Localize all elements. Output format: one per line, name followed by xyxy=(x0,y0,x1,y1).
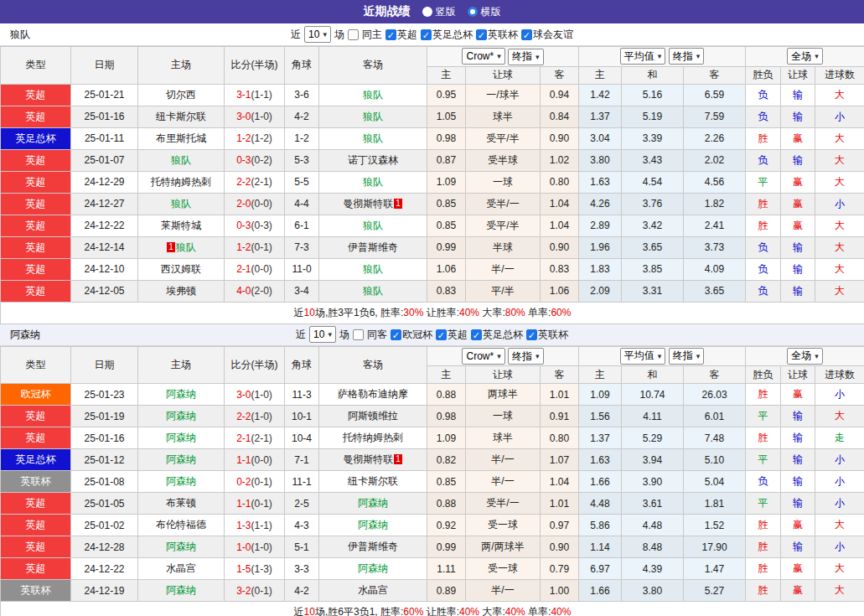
team-name-link[interactable]: 狼队 xyxy=(363,176,383,188)
team-name-link[interactable]: 阿森纳 xyxy=(358,519,388,531)
team-name-link[interactable]: 狼队 xyxy=(171,198,191,210)
team-name-link[interactable]: 阿森纳 xyxy=(166,410,196,422)
bookmaker-select[interactable]: Crow*▾ xyxy=(462,48,504,65)
match-date: 25-01-02 xyxy=(71,515,138,536)
team-name-link[interactable]: 阿森纳 xyxy=(166,584,196,596)
team-name-link[interactable]: 阿森纳 xyxy=(166,388,196,400)
league-checkbox[interactable]: ✓ xyxy=(471,329,482,340)
match-score: 1-3(1-1) xyxy=(225,515,285,536)
team-cell-content: 阿森纳 xyxy=(166,410,196,422)
team-name-link[interactable]: 阿森纳 xyxy=(358,497,388,509)
match-type: 英超 xyxy=(1,171,71,193)
match-type: 英足总杯 xyxy=(1,449,71,471)
sub-header: 客 xyxy=(684,366,746,384)
layout-horizontal-option[interactable]: 横版 xyxy=(468,5,501,19)
match-score: 2-2(1-0) xyxy=(225,406,285,427)
average-select[interactable]: 平均值▾ xyxy=(620,48,666,65)
odds-stage-select[interactable]: 终指▾ xyxy=(508,49,544,65)
layout-vertical-option[interactable]: 竖版 xyxy=(422,5,456,19)
away-team: 狼队 xyxy=(319,171,427,193)
avg-draw: 3.76 xyxy=(622,193,684,215)
match-date: 24-12-22 xyxy=(71,215,138,236)
team-name-link[interactable]: 布伦特福德 xyxy=(156,519,206,531)
team-name-link[interactable]: 伊普斯维奇 xyxy=(348,241,398,253)
team-name-link[interactable]: 阿森纳 xyxy=(166,432,196,443)
result-goals: 大 xyxy=(815,280,864,302)
team-name-link[interactable]: 水晶宫 xyxy=(358,584,388,596)
team-name-link[interactable]: 埃弗顿 xyxy=(166,285,196,297)
team-name-link[interactable]: 西汉姆联 xyxy=(161,263,201,275)
league-checkbox[interactable]: ✓ xyxy=(391,329,401,340)
team-name-link[interactable]: 布里斯托城 xyxy=(156,132,206,144)
odds-handicap: 球半 xyxy=(466,427,541,449)
match-row: 英超25-01-05布莱顿1-1(0-1)2-5阿森纳0.88受半/一1.014… xyxy=(1,493,864,515)
team-name-link[interactable]: 曼彻斯特联 xyxy=(343,453,393,465)
average-stage-select[interactable]: 终指▾ xyxy=(669,48,705,65)
league-checkbox[interactable]: ✓ xyxy=(421,29,432,40)
league-checkbox[interactable]: ✓ xyxy=(476,29,487,40)
team-name-link[interactable]: 狼队 xyxy=(363,89,383,101)
team-name-link[interactable]: 切尔西 xyxy=(166,89,196,101)
match-type: 英联杯 xyxy=(1,471,71,493)
team-name-link[interactable]: 阿森纳 xyxy=(166,453,196,465)
halftime-score: (0-3) xyxy=(251,220,272,231)
team-name-link[interactable]: 狼队 xyxy=(176,241,196,253)
result-handicap: 赢 xyxy=(781,215,815,236)
team-name-link[interactable]: 阿森纳 xyxy=(166,475,196,487)
match-count-select[interactable]: 10▾ xyxy=(309,326,336,343)
match-type: 英超 xyxy=(1,427,71,449)
team-name-link[interactable]: 阿森纳 xyxy=(358,562,388,574)
chevron-down-icon: ▾ xyxy=(535,53,540,61)
league-checkbox[interactable]: ✓ xyxy=(521,29,532,40)
home-team: 托特纳姆热刺 xyxy=(138,171,225,193)
team-name-link[interactable]: 阿斯顿维拉 xyxy=(348,410,398,422)
team-name-link[interactable]: 莱斯特城 xyxy=(161,220,201,231)
summary-segment: 近 xyxy=(294,307,304,318)
bookmaker-select[interactable]: Crow*▾ xyxy=(462,348,504,365)
average-select[interactable]: 平均值▾ xyxy=(620,348,666,365)
league-checkbox[interactable]: ✓ xyxy=(526,329,537,340)
team-name-link[interactable]: 诺丁汉森林 xyxy=(348,154,398,166)
horizontal-radio-icon[interactable] xyxy=(468,7,478,17)
match-count-select[interactable]: 10▾ xyxy=(304,26,331,43)
team-name-link[interactable]: 狼队 xyxy=(363,285,383,297)
league-label: 欧冠杯 xyxy=(402,328,432,342)
team-name-link[interactable]: 纽卡斯尔联 xyxy=(156,111,206,122)
odds-stage-select[interactable]: 终指▾ xyxy=(508,348,544,365)
league-checkbox[interactable]: ✓ xyxy=(385,29,396,40)
away-team: 狼队 xyxy=(319,106,427,127)
result-goals: 大 xyxy=(815,149,864,171)
team-name-link[interactable]: 狼队 xyxy=(363,263,383,275)
vertical-radio-icon[interactable] xyxy=(422,7,432,17)
odds-home: 0.85 xyxy=(427,471,466,493)
average-stage-select[interactable]: 终指▾ xyxy=(669,348,705,365)
team-name-link[interactable]: 伊普斯维奇 xyxy=(348,541,398,552)
summary-segment: 60% xyxy=(403,606,423,616)
period-select[interactable]: 全场▾ xyxy=(787,48,823,65)
match-score: 1-2(1-2) xyxy=(225,127,285,149)
team-name-link[interactable]: 狼队 xyxy=(363,111,383,122)
fulltime-score: 0-3 xyxy=(236,154,251,166)
team-name-link[interactable]: 托特纳姆热刺 xyxy=(151,176,211,188)
team-name-link[interactable]: 狼队 xyxy=(171,154,191,166)
team-name-link[interactable]: 狼队 xyxy=(363,220,383,231)
home-team: 阿森纳 xyxy=(138,427,225,449)
period-select[interactable]: 全场▾ xyxy=(787,348,823,365)
col-header-date: 日期 xyxy=(71,47,138,85)
team-name-link[interactable]: 狼队 xyxy=(363,132,383,144)
team-name-link[interactable]: 萨格勒布迪纳摩 xyxy=(338,388,408,400)
team-name-link[interactable]: 托特纳姆热刺 xyxy=(343,432,403,443)
league-checkbox[interactable]: ✓ xyxy=(436,329,447,340)
team-name-link[interactable]: 阿森纳 xyxy=(166,541,196,552)
result-goals: 小 xyxy=(815,449,864,471)
team-name-link[interactable]: 布莱顿 xyxy=(166,497,196,509)
team-name-link[interactable]: 纽卡斯尔联 xyxy=(348,475,398,487)
team-name-link[interactable]: 曼彻斯特联 xyxy=(343,198,393,210)
same-away-checkbox[interactable] xyxy=(353,329,364,340)
same-home-checkbox[interactable] xyxy=(348,29,359,40)
halftime-score: (0-1) xyxy=(251,585,272,597)
home-team: 1狼队 xyxy=(138,236,225,258)
result-goals: 大 xyxy=(815,171,864,193)
team-cell-content: 阿斯顿维拉 xyxy=(348,410,398,422)
team-name-link[interactable]: 水晶宫 xyxy=(166,562,196,574)
